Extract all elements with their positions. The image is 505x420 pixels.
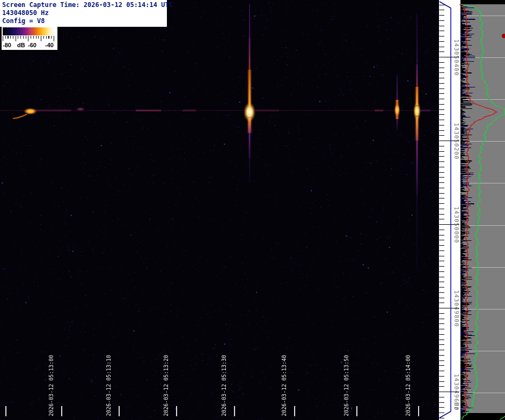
freq-tick-label: 143050200 bbox=[453, 123, 460, 160]
time-tick-label: 2026-03-12 05:13:10 bbox=[106, 355, 112, 416]
colorbar-legend: -80 dB -60 -40 bbox=[2, 26, 57, 50]
freq-tick-label: 143050400 bbox=[453, 39, 460, 76]
time-tick-label: 2026-03-12 05:13:40 bbox=[281, 355, 288, 416]
freq-tick-label: 143049800 bbox=[453, 290, 460, 327]
time-tick-label: 2026-03-12 05:14:00 bbox=[405, 355, 412, 416]
time-tick-label: 2026-03-12 05:13:20 bbox=[163, 355, 170, 416]
frequency-text: 143048050 Hz bbox=[2, 9, 165, 17]
spectrogram-plot bbox=[0, 0, 505, 420]
colorbar-gradient bbox=[3, 27, 54, 35]
time-tick-label: 2026-03-12 05:13:50 bbox=[343, 355, 350, 416]
colorbar-max-label: -40 bbox=[45, 42, 54, 48]
colorbar-min-label: -80 bbox=[3, 42, 11, 48]
capture-time-text: Screen Capture Time: 2026-03-12 05:14:14… bbox=[2, 1, 165, 9]
freq-tick-label: 143050000 bbox=[453, 207, 460, 244]
colorbar-ruler bbox=[3, 36, 54, 41]
time-tick-label: 2026-03-12 05:13:30 bbox=[221, 355, 228, 416]
config-text: Config = V8 bbox=[2, 17, 165, 25]
frequency-unit-label: Hz bbox=[453, 402, 460, 410]
colorbar-unit-label: dB bbox=[17, 42, 25, 48]
time-tick-label: 2026-03-12 05:13:00 bbox=[48, 355, 55, 416]
colorbar-labels: -80 dB -60 -40 bbox=[3, 42, 56, 49]
colorbar-mid-label: -60 bbox=[28, 42, 36, 48]
capture-info-box: Screen Capture Time: 2026-03-12 05:14:14… bbox=[0, 0, 167, 27]
spectrum-lab-capture: 2026-03-12 05:12:502026-03-12 05:13:0020… bbox=[0, 0, 505, 420]
